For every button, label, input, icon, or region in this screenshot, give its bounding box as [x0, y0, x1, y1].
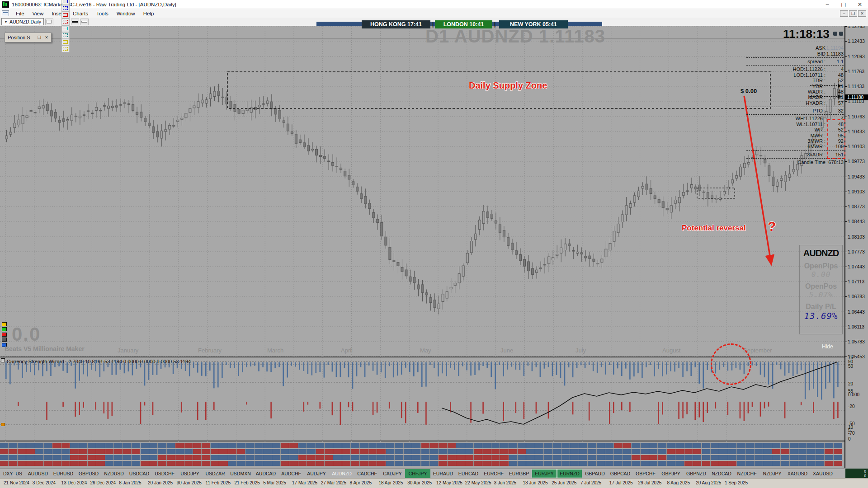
tab-xagusd[interactable]: XAGUSD [785, 469, 810, 478]
black-bar-tool-button[interactable] [71, 19, 79, 25]
date-label: 17 Jul 2025 [609, 480, 633, 485]
tab-eurjpy[interactable]: EURJPY [532, 469, 557, 478]
heatmap-cell [281, 443, 289, 448]
heatmap-cell [781, 443, 789, 448]
stat-label: ASK [816, 45, 826, 51]
candlestick-canvas[interactable] [0, 26, 844, 357]
menu-window[interactable]: Window [113, 10, 139, 17]
tab-usdjpy[interactable]: USDJPY [177, 469, 203, 478]
menu-bar: FileViewInsertChartsToolsWindowHelp –❐✕ [0, 9, 868, 18]
date-axis[interactable]: 21 Nov 20243 Dec 202413 Dec 202426 Dec 2… [0, 478, 868, 488]
tab-nzdjpy[interactable]: NZDJPY [760, 469, 785, 478]
menu-tools[interactable]: Tools [92, 10, 113, 17]
date-label: 17 Mar 2025 [292, 480, 317, 485]
tab-gbpcad[interactable]: GBPCAD [608, 469, 633, 478]
tab-cadchf[interactable]: CADCHF [354, 469, 380, 478]
heatmap-cell [105, 443, 114, 448]
tab-gbpnzd[interactable]: GBPNZD [684, 469, 709, 478]
child-minimize-icon[interactable]: – [840, 10, 848, 17]
tab-gbpusd[interactable]: GBPUSD [76, 469, 101, 478]
date-label: 8 Aug 2025 [667, 480, 690, 485]
white-bar-tool-button[interactable] [80, 19, 89, 25]
price-tick: 1.07113 [845, 279, 868, 284]
stat-row: BID1.11183 [746, 51, 844, 56]
rect-blue-tool-button[interactable] [61, 0, 70, 5]
indicator-scale-label: -20 [848, 404, 854, 409]
tab-eurgbp[interactable]: EURGBP [506, 469, 532, 478]
heatmap-cell [44, 449, 52, 454]
child-restore-icon[interactable]: ❐ [849, 10, 857, 17]
stat-value: 1.11194 [826, 45, 844, 51]
price-tick: 1.10103 [845, 144, 868, 149]
tab-eurchf[interactable]: EURCHF [481, 469, 506, 478]
tab-audnzd[interactable]: AUDNZD [329, 469, 354, 478]
minimize-button[interactable]: – [819, 0, 835, 9]
current-price-tag: 1.11188 [845, 94, 868, 100]
heatmap-cell [781, 461, 789, 466]
rect-red-dashed-tool-button[interactable] [61, 19, 70, 25]
menu-charts[interactable]: Charts [69, 10, 92, 17]
price-axis[interactable]: 1.127631.124331.120931.117631.114331.111… [844, 26, 868, 468]
hide-button[interactable]: Hide [822, 343, 833, 350]
heatmap-cell [579, 443, 588, 448]
heatmap-cell [430, 455, 439, 460]
heatmap-cell [158, 455, 166, 460]
indicator-collapse-icon[interactable] [1, 358, 5, 362]
tab-gbpjpy[interactable]: GBPJPY [658, 469, 684, 478]
close-button[interactable]: ✕ [852, 0, 868, 9]
tab-dxy_us[interactable]: DXY_US [0, 469, 25, 478]
tab-chfjpy[interactable]: CHFJPY [405, 469, 430, 478]
date-label: 27 Mar 2025 [321, 480, 346, 485]
menu-view[interactable]: View [28, 10, 48, 17]
stat-value: 51 [826, 94, 844, 100]
tab-audcad[interactable]: AUDCAD [253, 469, 278, 478]
tab-usdchf[interactable]: USDCHF [152, 469, 177, 478]
heatmap-cell [798, 449, 807, 454]
tab-gbpchf[interactable]: GBPCHF [633, 469, 658, 478]
tab-eurusd[interactable]: EURUSD [51, 469, 76, 478]
symbol-period-dropdown[interactable]: ▼ AUDNZD,Daily [1, 18, 44, 25]
child-close-icon[interactable]: ✕ [858, 10, 866, 17]
tab-xauusd[interactable]: XAUUSD [810, 469, 835, 478]
close-window-icon[interactable]: ✕ [43, 35, 50, 41]
tab-nzdusd[interactable]: NZDUSD [101, 469, 127, 478]
indicator-title-row: Currency Strength Wizard2.7040 10.8161 5… [7, 359, 191, 364]
rect-red-tool-button[interactable] [61, 12, 70, 19]
tab-cadjpy[interactable]: CADJPY [380, 469, 405, 478]
tab-gbpaud[interactable]: GBPAUD [582, 469, 608, 478]
tab-usdmxn[interactable]: USDMXN [228, 469, 253, 478]
rect-cyan-tool-button[interactable] [61, 25, 70, 32]
menu-file[interactable]: File [12, 10, 28, 17]
date-label: 11 Feb 2025 [206, 480, 231, 485]
rect-yellow-dashed-tool-button[interactable] [61, 46, 70, 52]
heatmap-cell [605, 455, 614, 460]
tab-eurnzd[interactable]: EURNZD [557, 469, 582, 478]
menu-help[interactable]: Help [139, 10, 158, 17]
rect-yellow-tool-button[interactable] [61, 39, 70, 46]
heatmap-cell [526, 443, 535, 448]
rect-blue-dashed-tool-button[interactable] [61, 5, 70, 12]
restore-window-icon[interactable]: ❐ [36, 35, 42, 41]
price-chart[interactable] [0, 26, 844, 357]
heatmap-cell [667, 461, 675, 466]
tab-audjpy[interactable]: AUDJPY [304, 469, 329, 478]
tab-usdzar[interactable]: USDZAR [203, 469, 228, 478]
position-mini-window[interactable]: Position S ❐ ✕ [5, 33, 52, 42]
heatmap-cell [167, 449, 175, 454]
tab-audusd[interactable]: AUDUSD [25, 469, 51, 478]
heatmap-cell [193, 449, 202, 454]
heatmap-cell [684, 449, 693, 454]
date-label: 30 Apr 2025 [407, 480, 432, 485]
tab-audchf[interactable]: AUDCHF [278, 469, 304, 478]
tab-nzdcad[interactable]: NZDCAD [709, 469, 734, 478]
tab-eurcad[interactable]: EURCAD [456, 469, 481, 478]
heatmap-cell [544, 443, 552, 448]
month-label: June [500, 347, 513, 354]
tab-euraud[interactable]: EURAUD [430, 469, 456, 478]
blank-tool-button[interactable] [45, 19, 53, 25]
tab-usdcad[interactable]: USDCAD [127, 469, 152, 478]
maximize-button[interactable]: ▢ [835, 0, 852, 9]
rect-teal-dashed-tool-button[interactable] [61, 32, 70, 39]
heatmap-cell [404, 443, 412, 448]
tab-nzdchf[interactable]: NZDCHF [734, 469, 760, 478]
